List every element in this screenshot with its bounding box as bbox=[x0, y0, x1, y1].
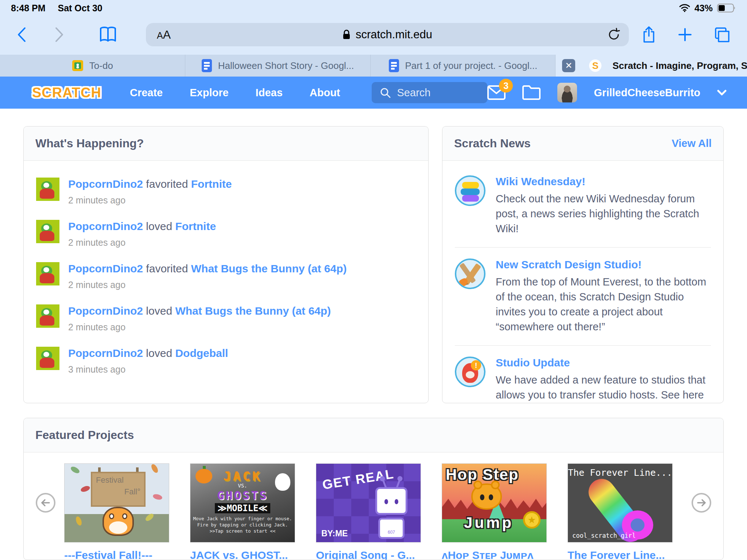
share-icon[interactable] bbox=[642, 26, 656, 43]
chevron-down-icon[interactable] bbox=[717, 89, 727, 96]
tab-scratch-active[interactable]: ✕ S Scratch - Imagine, Program, S... bbox=[556, 55, 747, 77]
activity-user-link[interactable]: PopcornDino2 bbox=[68, 262, 143, 275]
news-item-title-link[interactable]: Studio Update bbox=[496, 357, 711, 369]
tab-project-doc[interactable]: Part 1 of your project. - Googl... bbox=[371, 55, 556, 77]
user-avatar[interactable] bbox=[36, 347, 59, 370]
carousel-prev-button[interactable] bbox=[36, 493, 55, 513]
activity-user-link[interactable]: PopcornDino2 bbox=[68, 347, 143, 359]
coin-graphic: ★ bbox=[523, 511, 541, 529]
google-keep-icon bbox=[72, 60, 84, 71]
battery-icon bbox=[717, 3, 736, 13]
thumb-text: >>Tap screen to start << bbox=[190, 528, 295, 534]
search-box[interactable] bbox=[372, 82, 488, 103]
username[interactable]: GrilledCheeseBurrito bbox=[594, 87, 700, 99]
my-stuff-folder-icon[interactable] bbox=[522, 85, 541, 100]
tab-todo[interactable]: To-do bbox=[0, 55, 185, 77]
user-avatar[interactable] bbox=[36, 178, 59, 201]
whats-happening-panel: What's Happening? PopcornDino2 favorited… bbox=[23, 126, 429, 403]
status-time: 8:48 PM bbox=[11, 3, 45, 13]
activity-target-link[interactable]: What Bugs the Bunny (at 64p) bbox=[175, 305, 331, 317]
activity-row: PopcornDino2 loved Dodgeball 3 minutes a… bbox=[36, 347, 416, 375]
search-input[interactable] bbox=[397, 87, 480, 99]
activity-target-link[interactable]: Fortnite bbox=[191, 178, 232, 190]
project-title-link[interactable]: ---Festival Fall!--- bbox=[64, 549, 169, 560]
bookmarks-icon[interactable] bbox=[99, 26, 117, 43]
project-card: Hop Step Jump ★ ʌHᴏᴘ Sᴛᴇᴘ Jᴜᴍᴘʌ asagiri-… bbox=[442, 463, 547, 560]
thumb-text: The Forever Line... bbox=[568, 467, 672, 478]
close-tab-icon[interactable]: ✕ bbox=[562, 59, 575, 72]
thumb-text: GHOSTS bbox=[190, 489, 295, 502]
activity-action: loved bbox=[146, 220, 172, 232]
project-title-link[interactable]: ʌHᴏᴘ Sᴛᴇᴘ Jᴜᴍᴘʌ bbox=[442, 549, 547, 560]
thumb-text: Move Jack with your finger or mouse. bbox=[190, 516, 295, 522]
activity-user-link[interactable]: PopcornDino2 bbox=[68, 305, 143, 317]
project-title-link[interactable]: JACK vs. GHOST... bbox=[190, 549, 295, 560]
tab-halloween-story[interactable]: Halloween Short Story - Googl... bbox=[185, 55, 371, 77]
scratch-logo[interactable]: SCRATCH bbox=[32, 85, 101, 101]
thumb-text: Jump bbox=[464, 514, 514, 532]
activity-user-link[interactable]: PopcornDino2 bbox=[68, 178, 143, 190]
nav-explore[interactable]: Explore bbox=[190, 87, 228, 99]
nav-about[interactable]: About bbox=[310, 87, 340, 99]
exclamation-badge: ! bbox=[471, 360, 481, 370]
news-item-title-link[interactable]: Wiki Wednesday! bbox=[496, 175, 711, 188]
nav-create[interactable]: Create bbox=[130, 87, 163, 99]
featured-projects-title: Featured Projects bbox=[35, 428, 134, 442]
address-bar[interactable]: AA scratch.mit.edu bbox=[146, 23, 629, 46]
tab-title: Part 1 of your project. - Googl... bbox=[405, 60, 538, 71]
project-thumbnail[interactable]: The Forever Line... cool_scratch_girl bbox=[568, 463, 673, 542]
activity-target-link[interactable]: Dodgeball bbox=[175, 347, 228, 359]
back-button[interactable] bbox=[17, 27, 26, 43]
project-thumbnail[interactable]: GET REAL 607 BY:ME bbox=[316, 463, 421, 542]
safari-toolbar: AA scratch.mit.edu bbox=[0, 15, 747, 55]
tab-title: To-do bbox=[89, 60, 113, 71]
project-title-link[interactable]: The Forever Line... bbox=[568, 549, 673, 560]
thumb-text: Fire by tapping or clicking Jack. bbox=[190, 522, 295, 528]
news-item-body: We have added a new feature to studios t… bbox=[496, 373, 711, 403]
tabs-overview-icon[interactable] bbox=[714, 27, 730, 42]
user-avatar[interactable] bbox=[36, 304, 59, 328]
search-icon bbox=[380, 87, 391, 98]
thumb-sign-text: Fall° bbox=[96, 487, 140, 497]
activity-row: PopcornDino2 loved What Bugs the Bunny (… bbox=[36, 304, 416, 332]
ghost-graphic bbox=[275, 473, 290, 491]
project-card: JACK VS. GHOSTS ≫MOBILE≪ Move Jack with … bbox=[190, 463, 295, 560]
news-item-body: From the top of Mount Everest, to the bo… bbox=[496, 275, 711, 334]
news-item-title-link[interactable]: New Scratch Design Studio! bbox=[496, 258, 711, 271]
activity-user-link[interactable]: PopcornDino2 bbox=[68, 220, 143, 232]
scratch-favicon: S bbox=[589, 59, 601, 72]
news-item: ! Studio Update We have added a new feat… bbox=[455, 357, 711, 403]
view-all-link[interactable]: View All bbox=[671, 137, 712, 149]
activity-action: favorited bbox=[146, 178, 188, 190]
activity-target-link[interactable]: What Bugs the Bunny (at 64p) bbox=[191, 262, 347, 275]
messages-button[interactable]: 3 bbox=[487, 85, 506, 100]
robot-body-graphic: 607 bbox=[378, 518, 405, 539]
hamster-graphic bbox=[471, 483, 502, 510]
activity-time: 3 minutes ago bbox=[68, 364, 228, 375]
battery-percent: 43% bbox=[694, 3, 713, 13]
thumb-text: Hop Step bbox=[446, 466, 519, 483]
google-docs-icon bbox=[388, 59, 399, 73]
avatar[interactable] bbox=[557, 83, 577, 102]
nav-ideas[interactable]: Ideas bbox=[256, 87, 283, 99]
reader-options-button[interactable]: AA bbox=[157, 28, 171, 42]
forward-button[interactable] bbox=[55, 27, 64, 43]
activity-target-link[interactable]: Fortnite bbox=[175, 220, 216, 232]
robot-graphic bbox=[375, 487, 407, 515]
activity-action: favorited bbox=[146, 262, 188, 275]
thumb-text: cool_scratch_girl bbox=[572, 532, 636, 539]
carousel-next-button[interactable] bbox=[692, 493, 711, 513]
project-thumbnail[interactable]: Festival Fall° bbox=[64, 463, 169, 542]
user-avatar[interactable] bbox=[36, 262, 59, 285]
tab-bar: To-do Halloween Short Story - Googl... P… bbox=[0, 55, 747, 77]
activity-row: PopcornDino2 favorited What Bugs the Bun… bbox=[36, 262, 416, 290]
user-avatar[interactable] bbox=[36, 220, 59, 243]
project-title-link[interactable]: Original Song - G... bbox=[316, 549, 421, 560]
pumpkin-graphic bbox=[196, 469, 212, 483]
project-thumbnail[interactable]: JACK VS. GHOSTS ≫MOBILE≪ Move Jack with … bbox=[190, 463, 295, 542]
whats-happening-title: What's Happening? bbox=[35, 137, 144, 150]
project-thumbnail[interactable]: Hop Step Jump ★ bbox=[442, 463, 547, 542]
reload-button[interactable] bbox=[608, 28, 620, 42]
new-tab-icon[interactable] bbox=[678, 27, 692, 42]
thumb-text: BY:ME bbox=[321, 529, 348, 538]
